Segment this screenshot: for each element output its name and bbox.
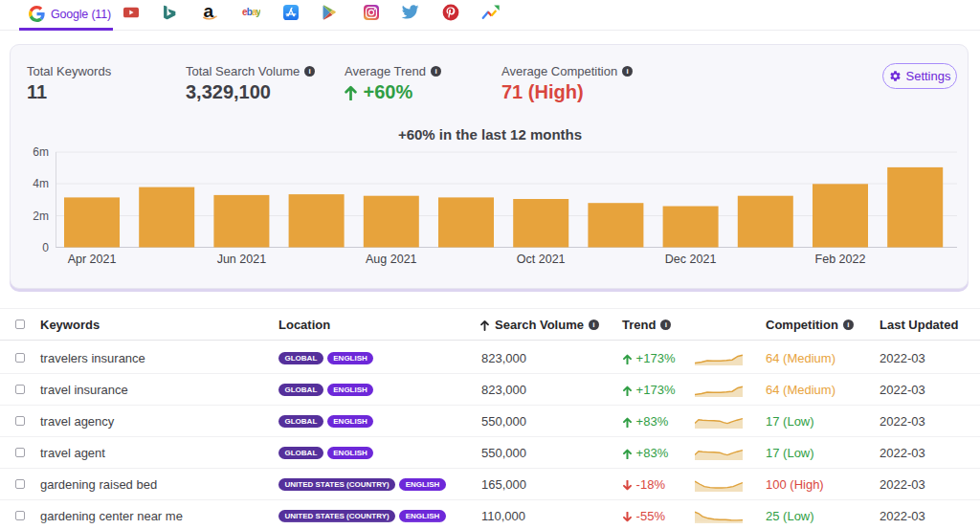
svg-text:4m: 4m: [33, 177, 49, 190]
svg-text:y: y: [256, 8, 260, 17]
svg-text:Oct 2021: Oct 2021: [517, 253, 566, 266]
svg-text:Dec 2021: Dec 2021: [665, 253, 717, 266]
svg-text:6m: 6m: [33, 145, 49, 159]
svg-text:Feb 2022: Feb 2022: [815, 253, 866, 266]
svg-text:Jun 2021: Jun 2021: [217, 253, 266, 266]
svg-text:Aug 2021: Aug 2021: [366, 253, 417, 266]
svg-text:2m: 2m: [33, 209, 49, 223]
svg-text:Apr 2021: Apr 2021: [68, 253, 117, 266]
svg-text:0: 0: [42, 241, 49, 254]
